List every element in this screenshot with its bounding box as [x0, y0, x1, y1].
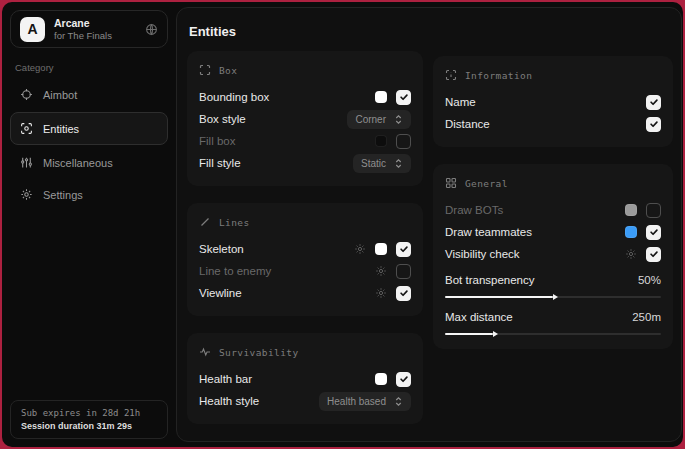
survivability-card: Survivability Health bar Health style [187, 333, 423, 424]
checkbox-checked[interactable] [396, 90, 411, 105]
session-duration-text: Session duration 31m 29s [21, 421, 157, 431]
setting-row-box-style: Box style Corner [199, 108, 411, 130]
gear-icon[interactable] [375, 287, 387, 299]
color-swatch[interactable] [625, 226, 637, 238]
setting-label: Health style [199, 395, 259, 407]
unfold-icon [394, 396, 403, 407]
app-avatar: A [20, 17, 45, 42]
unfold-icon [394, 114, 403, 125]
app-title: Arcane [54, 17, 112, 30]
checkbox-checked[interactable] [396, 286, 411, 301]
app-identity: Arcane for The Finals [54, 17, 112, 42]
setting-label: Fill style [199, 157, 241, 169]
fill-style-dropdown[interactable]: Static [353, 154, 411, 173]
scan-icon [20, 122, 33, 135]
gear-icon[interactable] [354, 243, 366, 255]
max-distance-slider: Max distance 250m [445, 308, 661, 335]
setting-label: Name [445, 96, 476, 108]
main-panel: Entities Box Bounding box [176, 7, 682, 442]
pulse-icon [199, 346, 211, 358]
line-icon [199, 216, 211, 228]
gear-icon[interactable] [625, 248, 637, 260]
app-window: A Arcane for The Finals Category Aimbot … [2, 2, 683, 447]
setting-row-health-bar: Health bar [199, 368, 411, 390]
slider-track[interactable] [445, 296, 661, 298]
setting-label: Visibility check [445, 248, 520, 260]
crosshair-icon [20, 88, 33, 101]
setting-row-viewline: Viewline [199, 282, 411, 304]
slider-value: 250m [632, 311, 661, 323]
sidebar-item-entities[interactable]: Entities [10, 112, 168, 145]
category-label: Category [15, 62, 163, 73]
setting-row-visibility-check: Visibility check [445, 243, 661, 265]
card-title: Lines [219, 217, 250, 228]
grid-icon [445, 177, 457, 189]
information-card: Information Name Distance [433, 56, 673, 147]
info-icon [445, 69, 457, 81]
checkbox-checked[interactable] [646, 117, 661, 132]
box-corners-icon [199, 64, 211, 76]
bot-transparency-slider: Bot transpenency 50% [445, 271, 661, 298]
gear-icon [20, 188, 33, 201]
setting-label: Draw BOTs [445, 204, 503, 216]
color-swatch[interactable] [375, 91, 387, 103]
setting-label: Distance [445, 118, 490, 130]
checkbox-unchecked[interactable] [396, 134, 411, 149]
globe-icon[interactable] [145, 23, 158, 36]
setting-row-draw-teammates: Draw teammates [445, 221, 661, 243]
sidebar-item-aimbot[interactable]: Aimbot [10, 80, 168, 109]
setting-label: Skeleton [199, 243, 244, 255]
setting-label: Box style [199, 113, 246, 125]
unfold-icon [394, 158, 403, 169]
setting-row-bounding-box: Bounding box [199, 86, 411, 108]
subscription-info: Sub expires in 28d 21h Session duration … [10, 400, 168, 439]
setting-row-name: Name [445, 91, 661, 113]
slider-value: 50% [638, 274, 661, 286]
card-title: Survivability [219, 347, 299, 358]
app-subtitle: for The Finals [54, 30, 112, 42]
sidebar: A Arcane for The Finals Category Aimbot … [2, 2, 176, 447]
box-style-dropdown[interactable]: Corner [347, 110, 411, 129]
sidebar-item-label: Miscellaneous [43, 157, 113, 169]
color-swatch[interactable] [375, 135, 387, 147]
setting-label: Max distance [445, 311, 513, 323]
setting-label: Fill box [199, 135, 235, 147]
sidebar-item-label: Aimbot [43, 89, 77, 101]
setting-label: Viewline [199, 287, 242, 299]
slider-fill[interactable] [445, 296, 553, 298]
setting-row-skeleton: Skeleton [199, 238, 411, 260]
setting-row-distance: Distance [445, 113, 661, 135]
sub-expires-text: Sub expires in 28d 21h [21, 408, 157, 418]
lines-card: Lines Skeleton Line to enemy [187, 203, 423, 316]
sidebar-item-label: Settings [43, 189, 83, 201]
checkbox-checked[interactable] [646, 247, 661, 262]
slider-track[interactable] [445, 333, 661, 335]
color-swatch[interactable] [625, 204, 637, 216]
checkbox-unchecked[interactable] [396, 264, 411, 279]
setting-label: Bot transpenency [445, 274, 535, 286]
setting-label: Line to enemy [199, 265, 271, 277]
slider-fill[interactable] [445, 333, 493, 335]
card-title: Box [219, 65, 237, 76]
setting-row-fill-box: Fill box [199, 130, 411, 152]
sidebar-item-miscellaneous[interactable]: Miscellaneous [10, 148, 168, 177]
setting-row-line-to-enemy: Line to enemy [199, 260, 411, 282]
setting-row-health-style: Health style Health based [199, 390, 411, 412]
setting-label: Draw teammates [445, 226, 532, 238]
color-swatch[interactable] [375, 243, 387, 255]
checkbox-checked[interactable] [396, 372, 411, 387]
checkbox-checked[interactable] [396, 242, 411, 257]
general-card: General Draw BOTs Draw teammates [433, 164, 673, 349]
box-card: Box Bounding box Box style Corne [187, 51, 423, 186]
setting-label: Bounding box [199, 91, 269, 103]
logo-card: A Arcane for The Finals [10, 10, 168, 48]
setting-row-draw-bots: Draw BOTs [445, 199, 661, 221]
health-style-dropdown[interactable]: Health based [319, 392, 411, 411]
checkbox-unchecked[interactable] [646, 203, 661, 218]
sidebar-item-label: Entities [43, 123, 79, 135]
checkbox-checked[interactable] [646, 225, 661, 240]
sidebar-item-settings[interactable]: Settings [10, 180, 168, 209]
checkbox-checked[interactable] [646, 95, 661, 110]
gear-icon[interactable] [375, 265, 387, 277]
color-swatch[interactable] [375, 373, 387, 385]
